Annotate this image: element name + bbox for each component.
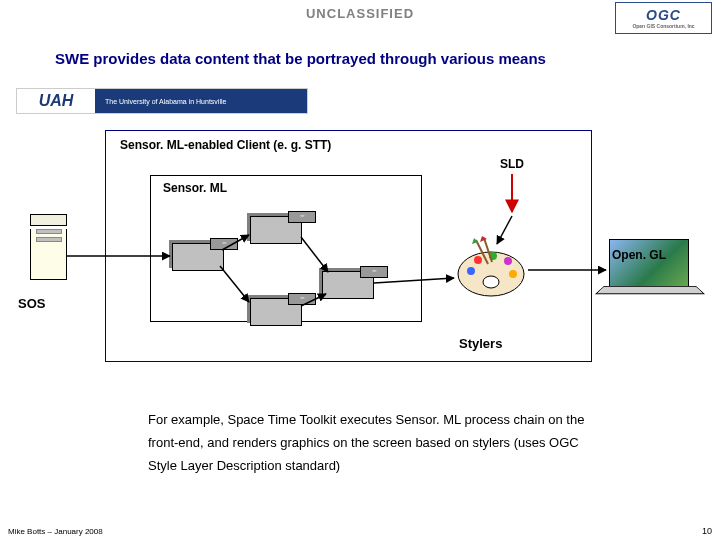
process-tag-icon: ▫▫▫▫	[210, 238, 238, 250]
process-node-4: ▫▫▫▫	[250, 298, 302, 326]
process-node-2: ▫▫▫▫	[250, 216, 302, 244]
page-title: SWE provides data content that be portra…	[55, 50, 665, 67]
svg-point-6	[509, 270, 517, 278]
sos-label: SOS	[18, 296, 45, 311]
sld-label: SLD	[500, 157, 524, 171]
body-paragraph: For example, Space Time Toolkit executes…	[148, 408, 588, 477]
ogc-logo: OGC Open GIS Consortium, Inc	[615, 2, 712, 34]
footer-author: Mike Botts – January 2008	[8, 527, 103, 536]
ogc-logo-subtext: Open GIS Consortium, Inc	[632, 23, 694, 29]
stylers-label: Stylers	[459, 336, 502, 351]
svg-point-3	[474, 256, 482, 264]
classification-label: UNCLASSIFIED	[0, 6, 720, 21]
stylers-palette-icon	[456, 246, 526, 298]
sos-server-icon	[30, 214, 65, 276]
svg-point-2	[467, 267, 475, 275]
sensorml-label: Sensor. ML	[163, 181, 227, 195]
uah-logo: UAH	[17, 89, 95, 113]
process-tag-icon: ▫▫▫▫	[360, 266, 388, 278]
client-box-label: Sensor. ML-enabled Client (e. g. STT)	[120, 138, 331, 152]
process-node-3: ▫▫▫▫	[322, 271, 374, 299]
process-tag-icon: ▫▫▫▫	[288, 211, 316, 223]
opengl-label: Open. GL	[612, 248, 666, 262]
uah-banner: UAH The University of Alabama in Huntsvi…	[16, 88, 308, 114]
svg-point-5	[504, 257, 512, 265]
laptop-base	[595, 286, 705, 294]
footer-page-number: 10	[702, 526, 712, 536]
process-node-1: ▫▫▫▫	[172, 243, 224, 271]
svg-point-1	[483, 276, 499, 288]
ogc-logo-text: OGC	[646, 7, 681, 23]
uah-text: The University of Alabama in Huntsville	[95, 98, 307, 105]
process-tag-icon: ▫▫▫▫	[288, 293, 316, 305]
laptop-screen	[609, 239, 689, 287]
